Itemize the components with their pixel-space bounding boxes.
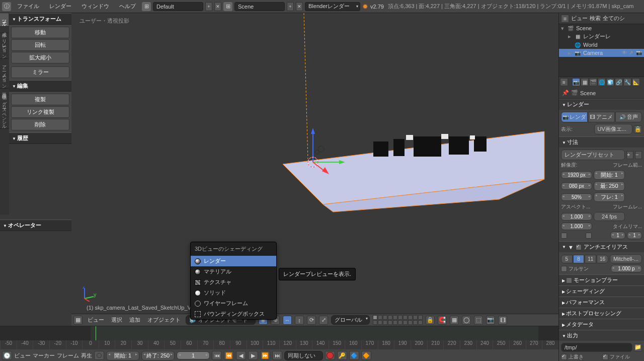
frame-current-field[interactable]: 1 xyxy=(177,351,210,359)
frame-step-prop[interactable]: フレ: 1 xyxy=(594,192,625,202)
section-aa-header[interactable]: ▼ アンチエイリアス xyxy=(559,242,644,252)
display-mode-dropdown[interactable]: UV画像エ... xyxy=(594,124,633,134)
keyframe-prev-button[interactable]: ⏪ xyxy=(224,351,234,360)
outliner-display-dropdown[interactable]: 全てのシ xyxy=(603,15,625,22)
outliner-row[interactable]: 🌐World xyxy=(559,41,644,49)
section-metadata[interactable]: メタデータ xyxy=(559,319,644,330)
shading-item-solid[interactable]: ソリッド xyxy=(191,287,276,298)
props-tab-data[interactable]: 📐 xyxy=(632,78,640,86)
render-engine-dropdown[interactable]: Blenderレンダー xyxy=(305,2,360,11)
render-anim-button[interactable]: 🎞 アニメ xyxy=(588,112,615,122)
overwrite-checkbox[interactable] xyxy=(561,354,567,360)
menu-render[interactable]: レンダー xyxy=(45,1,75,12)
record-button[interactable] xyxy=(325,351,335,360)
toolshelf-tab-physics[interactable]: 物理演算 xyxy=(0,89,9,95)
outliner-row[interactable]: ▾🎬Scene xyxy=(559,24,644,32)
transform-rotate-button[interactable]: 回転 xyxy=(11,39,69,51)
fileext-checkbox[interactable] xyxy=(602,354,608,360)
shading-item-texture[interactable]: テクスチャ xyxy=(191,277,276,287)
jump-start-button[interactable]: ⏮ xyxy=(212,351,222,360)
render-image-button[interactable]: 📷 レンダ xyxy=(561,112,588,122)
output-path-field[interactable]: /tmp/ xyxy=(561,343,632,352)
manipulator-toggle[interactable]: ↔ xyxy=(283,316,292,325)
lock-camera-button[interactable]: 🔒 xyxy=(426,316,435,325)
section-motionblur[interactable]: モーションブラー xyxy=(559,275,644,285)
scene-add-button[interactable]: + xyxy=(287,2,294,11)
props-tab-world[interactable]: 🌐 xyxy=(598,78,606,86)
filter-size-field[interactable]: 1.000 p xyxy=(611,265,642,272)
proportional-toggle[interactable]: ◯ xyxy=(462,316,471,325)
old-map-field[interactable]: 1 xyxy=(610,232,625,239)
edit-duplicate-linked-button[interactable]: リンク複製 xyxy=(11,106,69,118)
screen-browse-icon[interactable]: ⊞ xyxy=(142,2,151,11)
frame-start-field[interactable]: 開始: 1 xyxy=(106,351,139,360)
new-map-field[interactable]: 1 xyxy=(627,232,642,239)
insert-keyframe-button[interactable]: 🔷 xyxy=(349,351,359,360)
layout-add-button[interactable]: + xyxy=(205,2,212,11)
opengl-render-button[interactable]: 📷 xyxy=(486,316,495,325)
res-y-field[interactable]: 080 px xyxy=(561,182,592,190)
play-button[interactable]: ▶ xyxy=(248,351,258,360)
manipulator-rotate[interactable]: ⟳ xyxy=(307,316,316,325)
shading-item-bounding[interactable]: バウンディングボックス xyxy=(191,309,276,319)
aa-8[interactable]: 8 xyxy=(573,255,585,263)
toolshelf-tab-create[interactable]: 作成 xyxy=(0,27,9,33)
operator-header[interactable]: オペレーター xyxy=(0,220,71,231)
jump-end-button[interactable]: ⏭ xyxy=(272,351,282,360)
keyframe-next-button[interactable]: ⏩ xyxy=(260,351,270,360)
layout-remove-button[interactable]: ✕ xyxy=(214,2,221,11)
panel-edit-header[interactable]: 編集 xyxy=(9,80,71,92)
vp-menu-select[interactable]: 選択 xyxy=(109,316,124,324)
aspect-x-field[interactable]: 1.000 xyxy=(561,213,592,221)
transform-move-button[interactable]: 移動 xyxy=(11,27,69,38)
vp-menu-add[interactable]: 追加 xyxy=(127,316,142,324)
shading-item-rendered[interactable]: レンダー xyxy=(191,256,276,266)
menu-help[interactable]: ヘルプ xyxy=(115,1,140,12)
res-pct-field[interactable]: 50% xyxy=(561,193,592,201)
frame-end-prop[interactable]: 最: 250 xyxy=(594,181,625,191)
orientation-dropdown[interactable]: グローバル xyxy=(331,315,370,325)
scene-browse-icon[interactable]: ⊞ xyxy=(223,2,232,11)
outliner-row[interactable]: ▸📷Camera👁↗📷 xyxy=(559,49,644,57)
frame-end-field[interactable]: 終了: 250 xyxy=(141,351,175,360)
frame-start-prop[interactable]: 開始: 1 xyxy=(594,170,625,180)
toolshelf-tab-greasepencil[interactable]: グリースペンシル xyxy=(0,95,9,129)
toolshelf-tab-animation[interactable]: アニメーション xyxy=(0,59,9,89)
sync-dropdown[interactable]: 同期しない xyxy=(284,351,323,360)
section-output-header[interactable]: 出力 xyxy=(559,330,644,341)
snap-toggle[interactable]: 🧲 xyxy=(438,316,447,325)
pin-icon[interactable]: 📌 xyxy=(562,90,569,96)
section-dimensions-header[interactable]: 寸法 xyxy=(559,137,644,148)
play-reverse-button[interactable]: ◀ xyxy=(236,351,246,360)
outliner-editor-icon[interactable]: ≡ xyxy=(561,15,569,23)
auto-keyframe-toggle[interactable] xyxy=(94,351,104,360)
aa-5[interactable]: 5 xyxy=(561,255,573,263)
aspect-y-field[interactable]: 1.000 xyxy=(561,223,592,230)
border-checkbox[interactable] xyxy=(561,233,567,239)
shading-item-wireframe[interactable]: ワイヤーフレーム xyxy=(191,298,276,309)
manipulator-translate[interactable]: ↕ xyxy=(295,316,304,325)
snap-type[interactable]: ▦ xyxy=(450,316,459,325)
shading-item-material[interactable]: マテリアル xyxy=(191,266,276,277)
menu-window[interactable]: ウィンドウ xyxy=(77,1,113,12)
outliner-menu-search[interactable]: 検索 xyxy=(590,15,601,22)
menu-file[interactable]: ファイル xyxy=(13,1,43,12)
manipulator-scale[interactable]: ⤢ xyxy=(319,316,328,325)
section-render-header[interactable]: レンダー xyxy=(559,99,644,110)
aa-filter-dropdown[interactable]: Mitchell-... xyxy=(610,254,642,263)
info-editor-icon[interactable]: ⓘ xyxy=(2,2,11,11)
transform-mirror-button[interactable]: ミラー xyxy=(11,66,69,78)
panel-transform-header[interactable]: トランスフォーム xyxy=(9,13,71,25)
motionblur-checkbox[interactable] xyxy=(566,277,572,283)
props-tab-render[interactable]: 📷 xyxy=(572,78,580,86)
opengl-anim-button[interactable]: 🎞 xyxy=(498,316,507,325)
aa-11[interactable]: 11 xyxy=(585,255,596,263)
crop-checkbox[interactable] xyxy=(586,233,592,239)
toolshelf-tab-relations[interactable]: リレーション xyxy=(0,33,9,59)
render-audio-button[interactable]: 🔊 音声 xyxy=(615,112,642,122)
section-postprocessing[interactable]: ポストプロセッシング xyxy=(559,308,644,319)
fullsample-checkbox[interactable] xyxy=(561,266,567,272)
editor-type-icon[interactable]: ▦ xyxy=(73,316,83,325)
timeline-ruler[interactable]: -50-40-30-20-100102030405060708090100110… xyxy=(0,340,558,349)
panel-history-header[interactable]: 履歴 xyxy=(9,132,71,144)
